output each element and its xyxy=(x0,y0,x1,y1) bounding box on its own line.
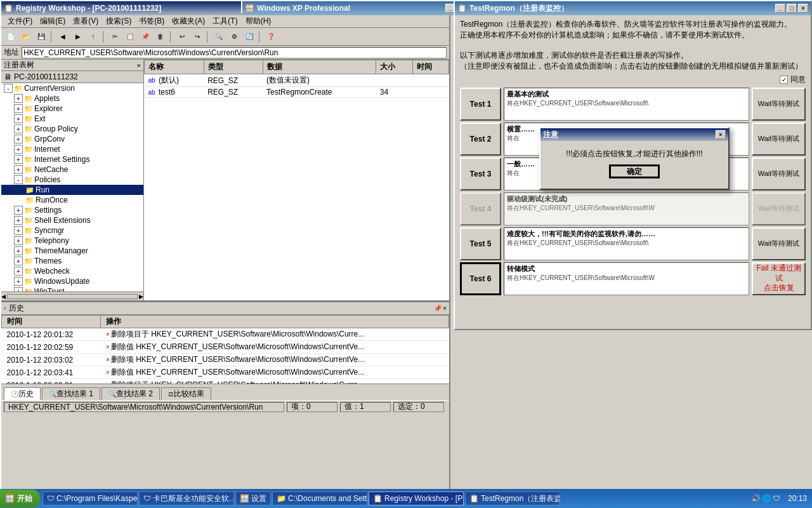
h-col-time[interactable]: 时间 xyxy=(2,316,101,328)
tab-search1[interactable]: 🔍 查找结果 1 xyxy=(42,387,100,400)
tb-save[interactable]: 💾 xyxy=(34,30,48,44)
expander-shell-extensions[interactable]: + xyxy=(14,216,23,225)
modal-confirm-btn[interactable]: 确定 xyxy=(609,164,660,178)
history-close[interactable]: × xyxy=(443,305,447,312)
tree-item-wintrust[interactable]: + 📁 WinTrust xyxy=(1,286,143,291)
test-maximize[interactable]: □ xyxy=(787,4,797,13)
h-col-op[interactable]: 操作 xyxy=(101,316,449,328)
expander-ext[interactable]: + xyxy=(14,114,23,123)
expander-wintrust[interactable]: + xyxy=(14,287,23,291)
scroll-track[interactable] xyxy=(7,294,138,299)
tree-scroll[interactable]: - 📁 CurrentVersion + 📁 Applets + 📁 Explo… xyxy=(1,83,143,291)
expander-webcheck[interactable]: + xyxy=(14,267,23,276)
tree-item-ext[interactable]: + 📁 Ext xyxy=(1,114,143,124)
col-time[interactable]: 时间 xyxy=(412,60,449,74)
tb-search[interactable]: 🔍 xyxy=(212,30,226,44)
computer-node[interactable]: 🖥 PC-201001111232 xyxy=(1,71,143,83)
history-content[interactable]: 时间 操作 2010-1-12 20:01:32 ×删除项目于 HKEY_CUR… xyxy=(1,315,449,384)
menu-edit[interactable]: 编辑(E) xyxy=(36,15,69,28)
history-row[interactable]: 2010-1-12 20:01:32 ×删除项目于 HKEY_CURRENT_U… xyxy=(2,328,449,341)
taskbar-item-docs[interactable]: 📁 C:\Documents and Settin... xyxy=(272,491,367,505)
tb-redo[interactable]: ↪ xyxy=(190,30,204,44)
expander-settings[interactable]: + xyxy=(14,206,23,215)
start-button[interactable]: 🪟 开始 xyxy=(0,490,40,507)
col-type[interactable]: 类型 xyxy=(204,60,263,74)
taskbar-item-kasperfull[interactable]: 🛡 卡巴斯基全功能安全软... xyxy=(139,491,234,505)
menu-favorites[interactable]: 收藏夹(A) xyxy=(168,15,209,28)
test-btn-6[interactable]: Test 6 xyxy=(460,262,501,295)
tree-item-grpconv[interactable]: + 📁 GrpConv xyxy=(1,134,143,144)
menu-help[interactable]: 帮助(H) xyxy=(242,15,275,28)
test-action-5[interactable]: Wait等待测试 xyxy=(752,227,806,260)
address-input[interactable] xyxy=(22,47,447,58)
tree-item-netcache[interactable]: + 📁 NetCache xyxy=(1,164,143,175)
systray-icon3[interactable]: 🛡 xyxy=(773,494,780,503)
expander-currentversion[interactable]: - xyxy=(4,84,13,93)
systray-icon1[interactable]: 🔊 xyxy=(751,494,761,503)
tb-help[interactable]: ❓ xyxy=(264,30,278,44)
history-row[interactable]: 2010-1-12 20:03:02 ×删除项 HKEY_CURRENT_USE… xyxy=(2,354,449,366)
test-close[interactable]: × xyxy=(798,4,808,13)
tb-forward[interactable]: ▶ xyxy=(71,30,85,44)
test-action-2[interactable]: Wait等待测试 xyxy=(752,123,806,156)
expander-syncmgr[interactable]: + xyxy=(14,226,23,235)
test-action-1[interactable]: Wait等待测试 xyxy=(752,88,806,121)
history-row[interactable]: 2010-1-12 20:09:31 ×删除项目于 HKEY_CURRENT_U… xyxy=(2,379,449,384)
expander-grpconv[interactable]: + xyxy=(14,135,23,144)
tb-delete[interactable]: 🗑 xyxy=(154,30,167,44)
history-row[interactable]: 2010-1-12 20:02:59 ×删除值 HKEY_CURRENT_USE… xyxy=(2,341,449,354)
taskbar-item-testregmon[interactable]: 📋 TestRegmon（注册表监... xyxy=(465,491,560,505)
agree-checkbox[interactable]: ✓ xyxy=(780,76,788,84)
test-btn-5[interactable]: Test 5 xyxy=(460,227,501,260)
modal-close-btn[interactable]: × xyxy=(716,130,726,139)
values-scroll[interactable]: 名称 类型 数据 大小 时间 ab (默认) xyxy=(144,60,449,300)
tree-item-thememanager[interactable]: + 📁 ThemeManager xyxy=(1,246,143,256)
tb-new[interactable]: 📄 xyxy=(4,30,18,44)
tree-item-shell-extensions[interactable]: + 📁 Shell Extensions xyxy=(1,215,143,225)
menu-file[interactable]: 文件(F) xyxy=(4,15,36,28)
expander-explorer[interactable]: + xyxy=(14,104,23,113)
test-action-3[interactable]: Wait等待测试 xyxy=(752,157,806,190)
tree-item-runonce[interactable]: 📁 RunOnce xyxy=(1,195,143,205)
tab-search2[interactable]: 🔍 查找结果 2 xyxy=(102,387,160,400)
tree-item-windowsupdate[interactable]: + 📁 WindowsUpdate xyxy=(1,276,143,286)
expander-internet[interactable]: + xyxy=(14,145,23,154)
scroll-right[interactable]: ▶ xyxy=(139,293,143,300)
tab-compare[interactable]: ⚖ 比较结果 xyxy=(161,387,211,400)
tb-back[interactable]: ◀ xyxy=(56,30,70,44)
tree-item-settings[interactable]: + 📁 Settings xyxy=(1,205,143,215)
expander-thememanager[interactable]: + xyxy=(14,246,23,255)
tree-item-telephony[interactable]: + 📁 Telephony xyxy=(1,236,143,246)
tree-item-themes[interactable]: + 📁 Themes xyxy=(1,256,143,266)
tb-undo[interactable]: ↩ xyxy=(175,30,189,44)
col-name[interactable]: 名称 xyxy=(145,60,204,74)
tree-item-applets[interactable]: + 📁 Applets xyxy=(1,93,143,104)
taskbar-item-kasper[interactable]: 🛡 C:\Program Files\Kasper... xyxy=(43,491,138,505)
test-btn-2[interactable]: Test 2 xyxy=(460,123,501,156)
expander-applets[interactable]: + xyxy=(14,94,23,103)
tb-settings[interactable]: ⚙ xyxy=(227,30,241,44)
table-row[interactable]: ab (默认) REG_SZ (数值未设置) xyxy=(145,74,449,87)
test-minimize[interactable]: _ xyxy=(775,4,785,13)
h-scrollbar[interactable]: ◀ ▶ xyxy=(1,291,143,300)
tb-paste[interactable]: 📌 xyxy=(138,30,152,44)
taskbar-item-registry[interactable]: 📋 Registry Workshop - [PC... xyxy=(369,491,464,505)
col-size[interactable]: 大小 xyxy=(376,60,412,74)
expander-grouppolicy[interactable]: + xyxy=(14,124,23,133)
history-pin[interactable]: 📌 xyxy=(434,305,442,312)
history-row[interactable]: 2010-1-12 20:03:41 ×删除值 HKEY_CURRENT_USE… xyxy=(2,366,449,379)
test-btn-1[interactable]: Test 1 xyxy=(460,88,501,121)
menu-tools[interactable]: 工具(T) xyxy=(209,15,241,28)
tb-up[interactable]: ↑ xyxy=(86,30,100,44)
tree-item-currentversion[interactable]: - 📁 CurrentVersion xyxy=(1,83,143,93)
expander-internet-settings[interactable]: + xyxy=(14,155,23,164)
test-action-6[interactable]: Fail 未通过测试点击恢复 xyxy=(752,262,806,295)
menu-bookmarks[interactable]: 书签(B) xyxy=(135,15,168,28)
tb-open[interactable]: 📂 xyxy=(19,30,33,44)
menu-view[interactable]: 查看(V) xyxy=(69,15,102,28)
tree-item-internet-settings[interactable]: + 📁 Internet Settings xyxy=(1,154,143,164)
panel-close-btn[interactable]: × xyxy=(137,62,141,69)
tree-item-explorer[interactable]: + 📁 Explorer xyxy=(1,104,143,114)
expander-netcache[interactable]: + xyxy=(14,165,23,174)
test-btn-3[interactable]: Test 3 xyxy=(460,157,501,190)
